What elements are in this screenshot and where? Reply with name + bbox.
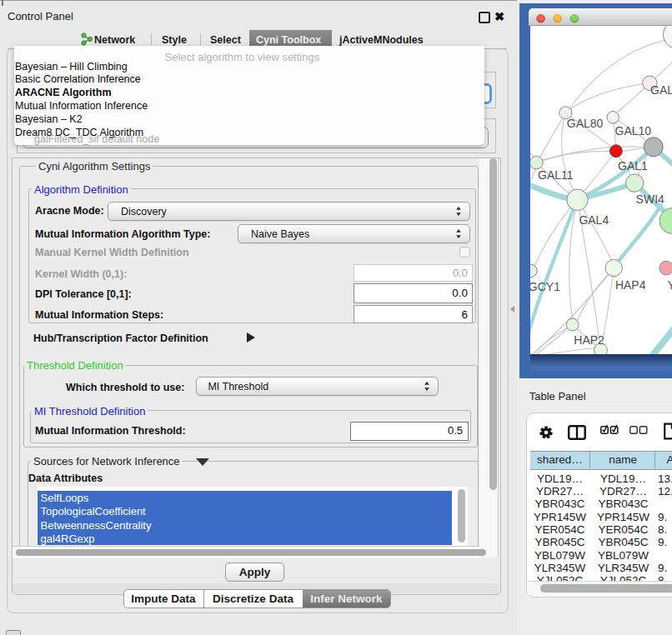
svg-text:GCY1: GCY1 [530,279,560,292]
svg-text:SWI4: SWI4 [635,192,664,206]
svg-text:GAL7: GAL7 [650,82,672,96]
svg-text:GAL11: GAL11 [538,168,574,182]
svg-text:GAL4: GAL4 [579,212,609,226]
svg-text:GAL10: GAL10 [614,123,651,137]
svg-text:GAL1: GAL1 [618,158,648,172]
svg-text:HAP2: HAP2 [574,333,604,347]
svg-text:HAP4: HAP4 [614,278,645,292]
svg-text:GAL80: GAL80 [566,116,603,129]
svg-text:Y: Y [667,278,672,291]
